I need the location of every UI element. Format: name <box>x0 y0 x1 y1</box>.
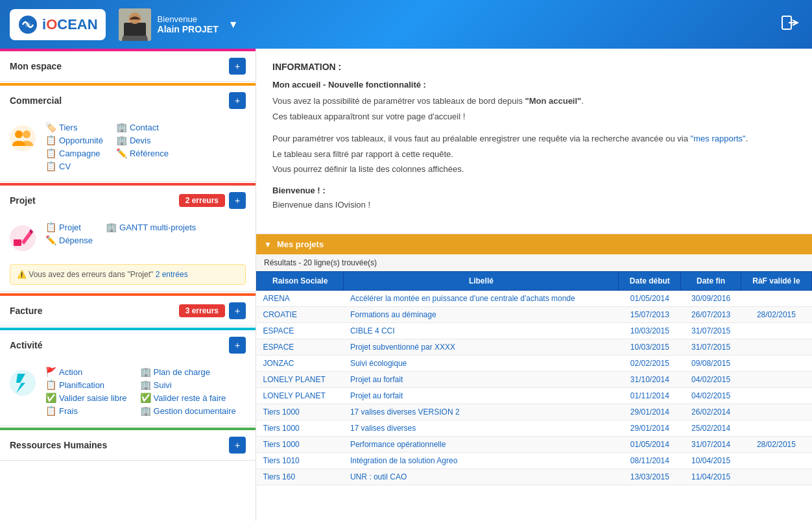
nav-valider-saisie[interactable]: ✅Valider saisie libre <box>45 393 127 403</box>
libelle-link[interactable]: Accélérer la montée en puissance d'une c… <box>350 294 575 303</box>
libelle-link[interactable]: Intégration de la solution Agreo <box>350 456 457 465</box>
section-projet-actions: 2 erreurs + <box>179 192 246 209</box>
cell-libelle: UNR : outil CAO <box>344 469 619 485</box>
section-commercial-content: 🏷️Tiers 📋Opportunité 📋Campagne 📋CV 🏢Cont… <box>0 115 256 181</box>
logo[interactable]: iOCEAN <box>10 9 106 40</box>
projet-brush-icon <box>11 226 34 250</box>
frais-icon: 📋 <box>45 406 56 416</box>
cell-raison: JONZAC <box>257 356 344 372</box>
nav-reference[interactable]: ✏️Référence <box>116 148 169 158</box>
cell-libelle: Suivi écologique <box>344 356 619 372</box>
suivi-icon: 🏢 <box>140 380 151 390</box>
commercial-links-col1: 🏷️Tiers 📋Opportunité 📋Campagne 📋CV <box>45 122 103 171</box>
projects-collapse-arrow[interactable]: ▼ <box>264 240 272 249</box>
nav-gestion-doc[interactable]: 🏢Gestion documentaire <box>140 406 236 416</box>
cell-date-fin: 09/08/2015 <box>681 356 741 372</box>
nav-valider-reste[interactable]: ✅Valider reste à faire <box>140 393 236 403</box>
projet-warning-link[interactable]: 2 entrées <box>156 270 188 279</box>
mon-espace-pin-button[interactable]: + <box>229 58 246 75</box>
raison-link[interactable]: Tiers 1010 <box>263 456 300 465</box>
nav-planification[interactable]: 📋Planification <box>45 380 127 390</box>
nav-depense[interactable]: ✏️Dépense <box>45 235 93 245</box>
projects-table: Raison Sociale Libellé Date début Date f… <box>256 271 812 485</box>
libelle-link[interactable]: Suivi écologique <box>350 359 407 368</box>
section-rh-header: Ressources Humaines + <box>0 428 256 460</box>
section-activite-title: Activité <box>10 340 43 350</box>
reference-icon: ✏️ <box>116 148 127 158</box>
nav-frais[interactable]: 📋Frais <box>45 406 127 416</box>
nav-cv[interactable]: 📋CV <box>45 161 103 171</box>
sidebar: Mon espace + Commercial + <box>0 49 256 521</box>
projects-header: ▼ Mes projets <box>256 234 812 254</box>
projects-section: ▼ Mes projets Résultats - 20 ligne(s) tr… <box>256 234 812 485</box>
libelle-link[interactable]: 17 valises diverses <box>350 424 416 433</box>
libelle-link[interactable]: 17 valises diverses VERSION 2 <box>350 407 460 417</box>
nav-gantt[interactable]: 🏢GANTT multi-projets <box>106 222 196 232</box>
nav-action[interactable]: 🚩Action <box>45 367 127 377</box>
raison-link[interactable]: ARENA <box>263 294 290 303</box>
projet-links-col1: 📋Projet ✏️Dépense <box>45 222 93 251</box>
commercial-links: 🏷️Tiers 📋Opportunité 📋Campagne 📋CV 🏢Cont… <box>45 122 246 171</box>
section-projet-title: Projet <box>10 195 36 206</box>
cell-date-debut: 01/05/2014 <box>619 437 681 453</box>
projet-pin-button[interactable]: + <box>229 192 246 209</box>
libelle-link[interactable]: CIBLE 4 CCI <box>350 326 395 335</box>
section-projet-content: 📋Projet ✏️Dépense 🏢GANTT multi-projets <box>0 215 256 261</box>
nav-suivi[interactable]: 🏢Suivi <box>140 380 236 390</box>
raison-link[interactable]: Tiers 1000 <box>263 424 300 433</box>
cell-date-fin: 04/02/2015 <box>681 388 741 404</box>
mes-rapports-link[interactable]: "mes rapports" <box>691 134 746 143</box>
col-date-fin: Date fin <box>681 272 741 291</box>
cell-date-debut: 10/03/2015 <box>619 323 681 339</box>
cell-libelle: Intégration de la solution Agreo <box>344 453 619 469</box>
nav-opportunite[interactable]: 📋Opportunité <box>45 135 103 145</box>
table-row: ESPACE Projet subventionné par XXXX 10/0… <box>257 339 812 356</box>
table-header-row: Raison Sociale Libellé Date début Date f… <box>257 272 812 291</box>
libelle-link[interactable]: Projet au forfait <box>350 375 403 384</box>
section-facture-actions: 3 erreurs + <box>179 302 246 319</box>
raison-link[interactable]: ESPACE <box>263 326 294 335</box>
nav-projet[interactable]: 📋Projet <box>45 222 93 232</box>
nav-tiers[interactable]: 🏷️Tiers <box>45 122 103 132</box>
cell-libelle: Projet au forfait <box>344 372 619 388</box>
cv-icon: 📋 <box>45 161 56 171</box>
info-para-4: Le tableau sera filtré par rapport à cet… <box>272 148 796 161</box>
commercial-pin-button[interactable]: + <box>229 92 246 109</box>
cell-libelle: Accélérer la montée en puissance d'une c… <box>344 291 619 307</box>
user-info: Bienvenue Alain PROJET <box>158 14 219 34</box>
raison-link[interactable]: JONZAC <box>263 359 294 368</box>
libelle-link[interactable]: Formations au déminage <box>350 310 436 319</box>
nav-plan-charge[interactable]: 🏢Plan de charge <box>140 367 236 377</box>
logout-button[interactable] <box>781 14 799 36</box>
username-label: Alain PROJET <box>158 24 219 34</box>
libelle-link[interactable]: Performance opérationnelle <box>350 440 446 449</box>
table-row: Tiers 1000 17 valises diverses 29/01/201… <box>257 420 812 437</box>
raison-link[interactable]: LONELY PLANET <box>263 375 326 384</box>
cell-raison: Tiers 1000 <box>257 420 344 437</box>
user-dropdown-arrow[interactable]: ▼ <box>228 19 239 30</box>
facture-pin-button[interactable]: + <box>229 302 246 319</box>
libelle-link[interactable]: Projet au forfait <box>350 391 403 400</box>
raison-link[interactable]: Tiers 1000 <box>263 407 300 417</box>
raison-link[interactable]: Tiers 160 <box>263 472 296 481</box>
rh-pin-button[interactable]: + <box>229 437 246 454</box>
libelle-link[interactable]: UNR : outil CAO <box>350 472 407 481</box>
nav-campagne[interactable]: 📋Campagne <box>45 148 103 158</box>
raison-link[interactable]: CROATIE <box>263 310 297 319</box>
activite-pin-button[interactable]: + <box>229 337 246 354</box>
depense-icon: ✏️ <box>45 235 56 245</box>
raison-link[interactable]: Tiers 1000 <box>263 440 300 449</box>
cell-raison: Tiers 160 <box>257 469 344 485</box>
svg-point-9 <box>23 130 30 138</box>
activite-bolt-icon <box>11 371 34 394</box>
welcome-label: Bienvenue <box>158 14 219 24</box>
svg-point-8 <box>15 130 23 138</box>
nav-devis[interactable]: 🏢Devis <box>116 135 169 145</box>
plan-charge-icon: 🏢 <box>140 367 151 377</box>
raison-link[interactable]: LONELY PLANET <box>263 391 326 400</box>
libelle-link[interactable]: Projet subventionné par XXXX <box>350 343 455 352</box>
raison-link[interactable]: ESPACE <box>263 343 294 352</box>
cell-date-fin: 25/02/2014 <box>681 420 741 437</box>
svg-rect-4 <box>124 23 146 36</box>
nav-contact[interactable]: 🏢Contact <box>116 122 169 132</box>
